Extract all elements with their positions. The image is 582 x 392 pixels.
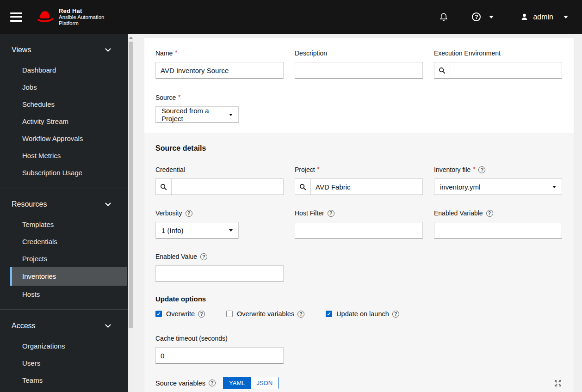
credential-input[interactable] (172, 179, 283, 195)
sidebar-item-teams[interactable]: Teams (10, 372, 127, 389)
overwrite-checkbox[interactable] (155, 311, 162, 317)
search-icon (160, 184, 167, 190)
search-icon (439, 67, 446, 74)
project-search-button[interactable] (295, 179, 311, 195)
sidebar-item-hosts[interactable]: Hosts (10, 286, 127, 303)
inventory-file-select[interactable]: inventory.yml (434, 178, 562, 195)
enabled-value-input[interactable] (155, 265, 284, 282)
help-icon[interactable]: ? (186, 210, 192, 217)
cache-timeout-field-group: Cache timeout (seconds) (155, 334, 284, 364)
help-menu-button[interactable]: ? (472, 12, 494, 21)
expand-editor-button[interactable] (554, 380, 562, 387)
help-icon[interactable]: ? (200, 253, 207, 260)
sidebar-item-projects[interactable]: Projects (10, 250, 127, 267)
sidebar-item-credentials[interactable]: Credentials (10, 233, 127, 250)
overwrite-option: Overwrite ? (155, 310, 205, 318)
notifications-button[interactable] (440, 13, 448, 21)
sidebar-item-users[interactable]: Users (10, 355, 127, 372)
name-input[interactable] (155, 62, 284, 79)
scrollbar-up-arrow[interactable] (128, 34, 134, 41)
inventory-file-label: Inventory file (434, 166, 471, 173)
redhat-fedora-icon (36, 10, 55, 24)
sidebar-section-views-header[interactable]: Views (0, 42, 128, 58)
search-icon (299, 184, 306, 190)
update-options-row: Overwrite ? Overwrite variables ? Update… (155, 310, 563, 318)
sidebar-item-host-metrics[interactable]: Host Metrics (10, 147, 127, 164)
top-navbar: Red Hat Ansible Automation Platform ? (0, 0, 582, 34)
scrollbar-thumb[interactable] (129, 42, 133, 328)
execution-environment-input[interactable] (450, 62, 562, 78)
vertical-scrollbar[interactable] (128, 34, 134, 392)
enabled-value-field-group: Enabled Value ? (155, 252, 284, 282)
update-on-launch-checkbox[interactable] (326, 311, 332, 317)
hamburger-icon (10, 12, 22, 14)
description-field-group: Description (295, 49, 423, 79)
help-icon[interactable]: ? (392, 311, 399, 318)
host-filter-label: Host Filter (295, 209, 324, 217)
chevron-down-icon (563, 16, 568, 18)
section-access-label: Access (12, 322, 36, 330)
project-label: Project (295, 166, 315, 173)
sidebar-item-inventories[interactable]: Inventories (10, 267, 127, 286)
brand-line3: Platform (59, 20, 104, 26)
section-resources-label: Resources (12, 200, 47, 208)
sidebar-item-templates[interactable]: Templates (10, 216, 127, 233)
sidebar-section-resources-header[interactable]: Resources (0, 196, 128, 212)
credential-search-button[interactable] (156, 179, 172, 195)
nav-toggle-button[interactable] (10, 12, 22, 22)
enabled-variable-input[interactable] (434, 222, 562, 239)
description-label: Description (295, 49, 327, 57)
help-icon: ? (472, 12, 481, 21)
yaml-toggle-button[interactable]: YAML (223, 377, 251, 389)
brand-logo[interactable]: Red Hat Ansible Automation Platform (36, 7, 104, 26)
brand-line2: Ansible Automation (59, 14, 104, 20)
sidebar-item-subscription-usage[interactable]: Subscription Usage (10, 164, 127, 181)
inventory-file-select-value: inventory.yml (440, 183, 480, 191)
verbosity-select-value: 1 (Info) (161, 227, 184, 234)
sidebar-item-organizations[interactable]: Organizations (10, 337, 127, 355)
sidebar-item-activity-stream[interactable]: Activity Stream (10, 113, 127, 130)
enabled-value-label: Enabled Value (155, 253, 197, 260)
name-label: Name (155, 49, 173, 57)
execution-environment-label: Execution Environment (434, 49, 501, 57)
host-filter-input[interactable] (295, 222, 423, 239)
chevron-down-icon (105, 322, 111, 328)
description-input[interactable] (295, 62, 423, 79)
overwrite-variables-checkbox[interactable] (226, 311, 233, 317)
execution-environment-search-button[interactable] (434, 62, 450, 78)
sidebar-section-access-header[interactable]: Access (0, 318, 128, 334)
verbosity-field-group: Verbosity ? 1 (Info) (155, 209, 284, 239)
sidebar-item-workflow-approvals[interactable]: Workflow Approvals (10, 130, 127, 147)
caret-down-icon (229, 114, 233, 116)
sidebar-nav: Views Dashboard Jobs Schedules Activity … (0, 34, 128, 392)
sidebar-section-resources: Resources Templates Credentials Projects… (0, 188, 128, 309)
project-input[interactable] (311, 179, 422, 195)
help-icon[interactable]: ? (486, 210, 493, 217)
brand-line1: Red Hat (59, 7, 104, 14)
sidebar-item-schedules[interactable]: Schedules (10, 96, 127, 113)
help-icon[interactable]: ? (297, 311, 304, 318)
section-views-label: Views (12, 46, 31, 54)
required-asterisk: * (317, 165, 320, 172)
project-field-group: Project * (295, 165, 423, 195)
help-icon[interactable]: ? (328, 210, 334, 217)
json-toggle-button[interactable]: JSON (251, 377, 279, 389)
source-details-heading: Source details (155, 144, 563, 153)
help-icon[interactable]: ? (209, 380, 216, 386)
user-menu-button[interactable]: admin (520, 13, 568, 21)
source-select[interactable]: Sourced from a Project (155, 106, 239, 123)
bell-icon (440, 13, 448, 21)
enabled-variable-field-group: Enabled Variable ? (434, 209, 562, 239)
chevron-down-icon (489, 16, 494, 18)
expand-arrows-icon (554, 380, 562, 387)
verbosity-select[interactable]: 1 (Info) (155, 222, 239, 239)
help-icon[interactable]: ? (198, 311, 205, 318)
source-variables-label: Source variables (155, 380, 205, 387)
source-field-group: Source * Sourced from a Project (155, 93, 284, 123)
update-options-heading: Update options (155, 295, 563, 303)
help-icon[interactable]: ? (478, 166, 485, 173)
cache-timeout-input[interactable] (155, 347, 284, 364)
sidebar-item-jobs[interactable]: Jobs (10, 79, 127, 96)
main-content: Name * Description Execution Environment (134, 34, 582, 392)
sidebar-item-dashboard[interactable]: Dashboard (10, 61, 127, 79)
